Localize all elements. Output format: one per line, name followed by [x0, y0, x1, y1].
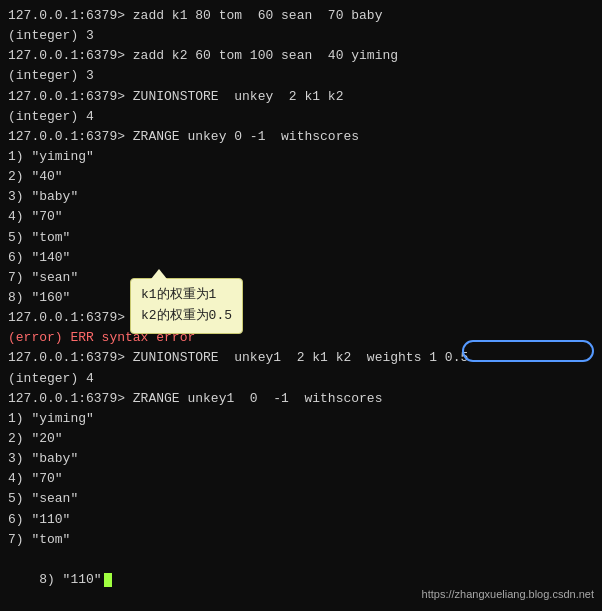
- tooltip-balloon: k1的权重为1 k2的权重为0.5: [130, 278, 243, 334]
- line-25: 5) "sean": [8, 489, 594, 509]
- line-4: (integer) 3: [8, 66, 594, 86]
- line-13: 6) "140": [8, 248, 594, 268]
- line-27: 7) "tom": [8, 530, 594, 550]
- line-8: 1) "yiming": [8, 147, 594, 167]
- line-10: 3) "baby": [8, 187, 594, 207]
- line-23: 3) "baby": [8, 449, 594, 469]
- line-5: 127.0.0.1:6379> ZUNIONSTORE unkey 2 k1 k…: [8, 87, 594, 107]
- line-18: 127.0.0.1:6379> ZUNIONSTORE unkey1 2 k1 …: [8, 348, 594, 368]
- line-2: (integer) 3: [8, 26, 594, 46]
- line-7: 127.0.0.1:6379> ZRANGE unkey 0 -1 withsc…: [8, 127, 594, 147]
- line-9: 2) "40": [8, 167, 594, 187]
- line-15: 8) "160": [8, 288, 594, 308]
- line-16: 127.0.0.1:6379>: [8, 308, 594, 328]
- line-20: 127.0.0.1:6379> ZRANGE unkey1 0 -1 withs…: [8, 389, 594, 409]
- line-3: 127.0.0.1:6379> zadd k2 60 tom 100 sean …: [8, 46, 594, 66]
- line-1: 127.0.0.1:6379> zadd k1 80 tom 60 sean 7…: [8, 6, 594, 26]
- line-22: 2) "20": [8, 429, 594, 449]
- tooltip-line2: k2的权重为0.5: [141, 306, 232, 327]
- line-17-error: (error) ERR syntax error: [8, 328, 594, 348]
- line-19: (integer) 4: [8, 369, 594, 389]
- tooltip-line1: k1的权重为1: [141, 285, 232, 306]
- line-6: (integer) 4: [8, 107, 594, 127]
- line-24: 4) "70": [8, 469, 594, 489]
- line-12: 5) "tom": [8, 228, 594, 248]
- terminal-cursor: [104, 573, 112, 587]
- line-21: 1) "yiming": [8, 409, 594, 429]
- watermark: https://zhangxueliang.blog.csdn.net: [422, 586, 594, 603]
- line-26: 6) "110": [8, 510, 594, 530]
- terminal-window: 127.0.0.1:6379> zadd k1 80 tom 60 sean 7…: [0, 0, 602, 611]
- line-11: 4) "70": [8, 207, 594, 227]
- line-14: 7) "sean": [8, 268, 594, 288]
